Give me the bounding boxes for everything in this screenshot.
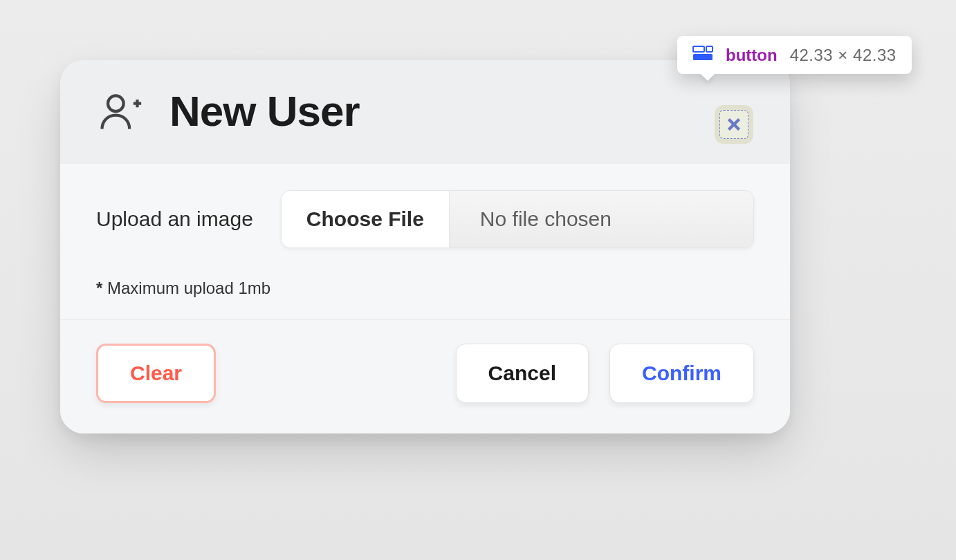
hint-text: Maximum upload 1mb: [102, 279, 270, 297]
new-user-dialog: New User Upload an image Choose File No …: [60, 60, 790, 433]
close-button[interactable]: [719, 110, 748, 139]
hint-asterisk: *: [96, 279, 102, 297]
upload-label: Upload an image: [96, 207, 253, 231]
devtools-inspector-tooltip: button 42.33 × 42.33: [677, 36, 912, 74]
add-user-icon: [96, 88, 143, 135]
inspector-tag-name: button: [726, 46, 778, 65]
clear-button[interactable]: Clear: [96, 344, 216, 403]
confirm-button[interactable]: Confirm: [609, 344, 754, 403]
dialog-body: Upload an image Choose File No file chos…: [60, 163, 790, 319]
layout-icon: [692, 46, 713, 65]
dialog-header: New User: [60, 60, 790, 163]
dialog-title: New User: [169, 86, 360, 136]
svg-rect-7: [693, 54, 713, 60]
svg-point-0: [108, 95, 124, 111]
svg-rect-6: [706, 46, 713, 52]
inspector-dimensions: 42.33 × 42.33: [790, 46, 897, 65]
choose-file-button[interactable]: Choose File: [282, 191, 450, 248]
upload-hint: * Maximum upload 1mb: [96, 279, 754, 298]
file-chosen-status: No file chosen: [450, 191, 753, 248]
file-picker: Choose File No file chosen: [281, 190, 754, 248]
cancel-button[interactable]: Cancel: [456, 344, 589, 403]
dialog-footer: Clear Cancel Confirm: [60, 319, 790, 433]
svg-rect-5: [693, 46, 704, 52]
